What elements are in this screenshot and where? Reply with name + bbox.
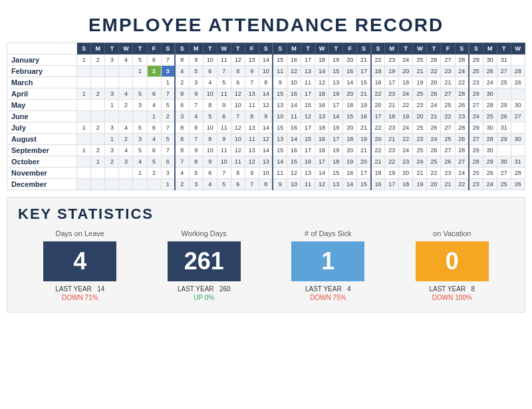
calendar-cell: 8 <box>245 111 259 122</box>
calendar-cell: 3 <box>189 77 203 88</box>
calendar-cell: 8 <box>231 168 245 179</box>
calendar-cell: 18 <box>315 88 329 100</box>
calendar-cell <box>77 77 91 88</box>
calendar-cell: 15 <box>357 179 371 190</box>
calendar-cell: 16 <box>287 145 301 156</box>
calendar-cell: 6 <box>147 88 161 100</box>
calendar-cell: 16 <box>315 134 329 145</box>
month-label: September <box>7 145 77 156</box>
calendar-cell: 25 <box>497 77 511 88</box>
calendar-cell: 17 <box>301 55 315 66</box>
calendar-cell: 29 <box>497 134 511 145</box>
calendar-cell: 16 <box>343 168 357 179</box>
calendar-cell: 17 <box>385 179 399 190</box>
calendar-cell: 17 <box>357 66 371 77</box>
calendar-cell: 8 <box>175 145 189 156</box>
calendar-cell: 4 <box>175 168 189 179</box>
calendar-cell: 15 <box>357 77 371 88</box>
calendar-cell: 3 <box>175 111 189 122</box>
calendar-cell: 11 <box>217 88 231 100</box>
calendar-cell: 7 <box>217 168 231 179</box>
calendar-cell: 13 <box>245 88 259 100</box>
calendar-cell: 3 <box>119 156 133 168</box>
calendar-cell: 6 <box>147 122 161 134</box>
calendar-cell: 6 <box>147 55 161 66</box>
calendar-cell: 21 <box>413 66 427 77</box>
calendar-cell: 20 <box>357 156 371 168</box>
calendar-cell: 29 <box>469 88 483 100</box>
calendar-cell: 9 <box>203 156 217 168</box>
calendar-cell: 15 <box>273 88 287 100</box>
calendar-cell: 10 <box>217 156 231 168</box>
calendar-cell: 15 <box>301 100 315 111</box>
calendar-cell: 13 <box>245 55 259 66</box>
calendar-cell: 19 <box>413 77 427 88</box>
calendar-cell: 11 <box>217 145 231 156</box>
calendar-cell: 28 <box>511 66 525 77</box>
calendar-cell: 13 <box>315 111 329 122</box>
calendar-cell: 19 <box>357 100 371 111</box>
calendar-cell: 17 <box>329 100 343 111</box>
calendar-cell: 11 <box>273 66 287 77</box>
calendar-cell: 4 <box>119 145 133 156</box>
calendar-cell: 12 <box>259 100 273 111</box>
calendar-cell: 22 <box>371 55 385 66</box>
calendar-cell: 8 <box>231 66 245 77</box>
calendar-cell: 24 <box>399 55 413 66</box>
stat-value-box: 0 <box>416 241 489 281</box>
table-row: December12345678910111213141516171819202… <box>7 179 525 190</box>
calendar-cell: 9 <box>189 145 203 156</box>
calendar-cell: 12 <box>259 134 273 145</box>
calendar-cell <box>133 179 147 190</box>
calendar-cell <box>91 100 105 111</box>
calendar-cell: 22 <box>427 66 441 77</box>
month-label: January <box>7 55 77 66</box>
calendar-cell: 17 <box>301 145 315 156</box>
calendar-cell: 30 <box>511 134 525 145</box>
calendar-cell: 5 <box>161 100 175 111</box>
calendar-cell: 15 <box>343 111 357 122</box>
stat-item: # of Days Sick 1 LAST YEAR 4 DOWN 75% <box>281 229 374 301</box>
calendar-cell: 14 <box>329 111 343 122</box>
calendar-cell: 22 <box>371 145 385 156</box>
calendar-cell: 26 <box>455 100 469 111</box>
calendar-cell: 3 <box>189 179 203 190</box>
calendar-cell: 5 <box>161 134 175 145</box>
calendar-cell: 23 <box>385 145 399 156</box>
calendar-cell <box>119 77 133 88</box>
calendar-cell: 26 <box>511 77 525 88</box>
calendar-cell: 14 <box>343 77 357 88</box>
calendar-cell: 26 <box>441 156 455 168</box>
calendar-cell: 16 <box>287 55 301 66</box>
calendar-cell: 20 <box>371 100 385 111</box>
calendar-cell: 13 <box>273 100 287 111</box>
calendar-cell: 2 <box>91 55 105 66</box>
calendar-cell: 29 <box>469 55 483 66</box>
calendar-cell: 15 <box>273 145 287 156</box>
calendar-cell: 21 <box>385 100 399 111</box>
calendar-cell: 7 <box>245 77 259 88</box>
calendar-cell: 20 <box>413 111 427 122</box>
calendar-cell: 14 <box>287 134 301 145</box>
table-row: April12345678910111213141516171819202122… <box>7 88 525 100</box>
calendar-cell: 13 <box>259 156 273 168</box>
calendar-cell: 27 <box>497 168 511 179</box>
calendar-cell: 22 <box>399 100 413 111</box>
stat-label: Working Days <box>182 229 227 237</box>
calendar-cell: 11 <box>217 55 231 66</box>
calendar-cell: 14 <box>259 88 273 100</box>
calendar-cell: 1 <box>91 156 105 168</box>
calendar-cell <box>147 179 161 190</box>
calendar-cell: 14 <box>259 122 273 134</box>
calendar-cell: 7 <box>245 179 259 190</box>
stat-item: on Vacation 0 LAST YEAR 8 DOWN 100% <box>406 229 499 301</box>
calendar-cell: 23 <box>385 122 399 134</box>
calendar-cell: 4 <box>147 134 161 145</box>
calendar-cell: 30 <box>511 100 525 111</box>
calendar-cell: 11 <box>245 134 259 145</box>
calendar-cell: 2 <box>119 100 133 111</box>
calendar-cell: 6 <box>175 100 189 111</box>
calendar-cell: 13 <box>301 168 315 179</box>
month-label: October <box>7 156 77 168</box>
calendar-cell: 18 <box>315 145 329 156</box>
